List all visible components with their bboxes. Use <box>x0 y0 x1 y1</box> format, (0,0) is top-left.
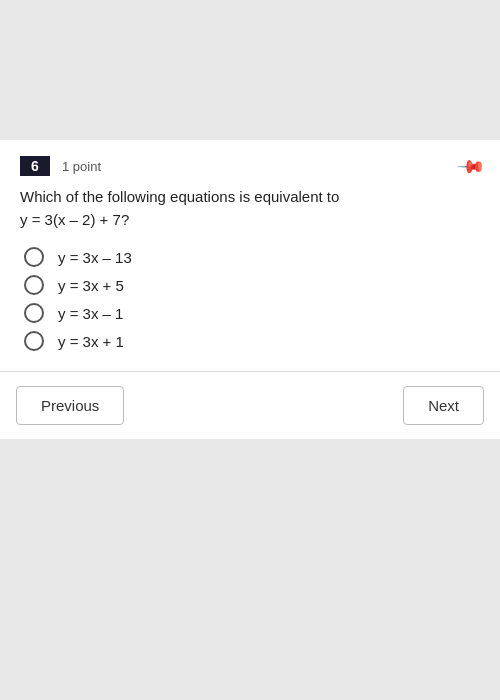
option-a-label: y = 3x – 13 <box>58 249 132 266</box>
next-button[interactable]: Next <box>403 386 484 425</box>
question-points: 1 point <box>62 159 101 174</box>
navigation-bar: Previous Next <box>0 371 500 439</box>
previous-button[interactable]: Previous <box>16 386 124 425</box>
option-b-label: y = 3x + 5 <box>58 277 124 294</box>
options-list: y = 3x – 13 y = 3x + 5 y = 3x – 1 y = 3x… <box>24 247 480 351</box>
option-d[interactable]: y = 3x + 1 <box>24 331 480 351</box>
radio-c[interactable] <box>24 303 44 323</box>
radio-b[interactable] <box>24 275 44 295</box>
question-text: Which of the following equations is equi… <box>20 186 480 231</box>
radio-d[interactable] <box>24 331 44 351</box>
option-d-label: y = 3x + 1 <box>58 333 124 350</box>
radio-a[interactable] <box>24 247 44 267</box>
question-number: 6 <box>20 156 50 176</box>
option-a[interactable]: y = 3x – 13 <box>24 247 480 267</box>
bottom-spacer <box>0 439 500 700</box>
top-spacer <box>0 0 500 140</box>
question-header: 6 1 point <box>20 156 480 176</box>
question-card: 6 1 point 📌 Which of the following equat… <box>0 140 500 371</box>
option-c-label: y = 3x – 1 <box>58 305 123 322</box>
option-c[interactable]: y = 3x – 1 <box>24 303 480 323</box>
option-b[interactable]: y = 3x + 5 <box>24 275 480 295</box>
